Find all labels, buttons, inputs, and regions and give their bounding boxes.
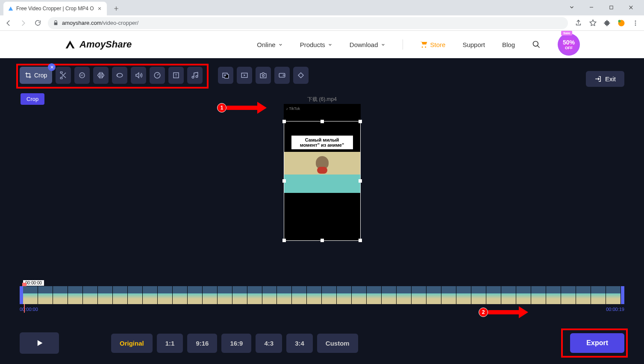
svg-point-5 <box>635 24 636 26</box>
tool-music-button[interactable] <box>187 67 203 84</box>
window-minimize-icon[interactable] <box>586 2 597 13</box>
tool-add-media-button[interactable] <box>218 67 233 84</box>
search-icon[interactable] <box>532 40 541 49</box>
nav-online[interactable]: Online <box>257 41 282 48</box>
nav-separator <box>403 39 403 50</box>
crop-handle-bm[interactable] <box>321 239 324 242</box>
play-icon <box>35 339 44 347</box>
svg-rect-0 <box>609 6 612 9</box>
tab-close-icon[interactable] <box>97 6 103 12</box>
site-header: AmoyShare Online Products Download Store… <box>0 31 644 58</box>
nav-forward-icon[interactable] <box>19 19 27 27</box>
svg-point-6 <box>533 41 538 47</box>
exit-button[interactable]: Exit <box>586 71 624 87</box>
tool-text-button[interactable]: T <box>168 67 184 84</box>
window-maximize-icon[interactable] <box>606 2 617 13</box>
bottom-controls: Original 1:1 9:16 16:9 4:3 3:4 Custom Ex… <box>20 332 624 354</box>
svg-point-4 <box>635 22 636 24</box>
crop-handle-bl[interactable] <box>282 239 286 242</box>
ratio-original-button[interactable]: Original <box>111 334 153 353</box>
ratio-custom-button[interactable]: Custom <box>317 334 358 353</box>
cart-icon <box>420 41 428 48</box>
svg-point-3 <box>635 21 636 22</box>
timeline-track[interactable] <box>20 286 624 304</box>
video-watermark: ♪ TikTok <box>286 107 300 111</box>
nav-reload-icon[interactable] <box>33 19 42 27</box>
crop-handle-tl[interactable] <box>282 120 286 123</box>
browser-tab[interactable]: Free Video Cropper | Crop MP4 O <box>3 2 107 15</box>
tool-record-button[interactable] <box>237 67 252 84</box>
tool-cut-button[interactable] <box>56 67 71 84</box>
nav-download[interactable]: Download <box>350 41 385 48</box>
browser-menu-icon[interactable] <box>631 19 640 27</box>
crop-handle-mr[interactable] <box>359 179 362 183</box>
new-tab-button[interactable] <box>110 3 122 15</box>
loop-icon <box>116 71 124 79</box>
ratio-16-9-button[interactable]: 16:9 <box>221 334 251 353</box>
export-button[interactable]: Export <box>570 333 624 353</box>
crop-handle-tm[interactable] <box>321 120 324 123</box>
nav-back-icon[interactable] <box>4 19 13 27</box>
tool-flip-button[interactable] <box>93 67 109 84</box>
share-icon[interactable] <box>574 19 582 27</box>
url-path: /video-cropper/ <box>101 20 138 26</box>
nav-products[interactable]: Products <box>300 41 332 48</box>
rotate-icon: 90° <box>78 71 86 79</box>
bookmark-star-icon[interactable] <box>588 19 597 27</box>
extensions-icon[interactable] <box>603 19 612 27</box>
browser-tab-bar: Free Video Cropper | Crop MP4 O <box>0 0 644 15</box>
tab-favicon-icon <box>8 6 14 12</box>
svg-point-15 <box>262 75 265 77</box>
flip-icon <box>97 71 105 79</box>
editor-toolbar: Crop ✕ 90° T <box>20 67 309 84</box>
tool-close-icon[interactable]: ✕ <box>48 63 56 71</box>
ratio-4-3-button[interactable]: 4:3 <box>256 334 282 353</box>
gif-icon <box>278 71 286 79</box>
ratio-1-1-button[interactable]: 1:1 <box>157 334 183 353</box>
add-media-icon <box>222 71 229 79</box>
url-input[interactable]: amoyshare.com/video-cropper/ <box>48 17 568 29</box>
tool-loop-button[interactable] <box>112 67 127 84</box>
site-logo[interactable]: AmoyShare <box>64 38 132 50</box>
logo-icon <box>64 38 76 50</box>
extension-badge-icon[interactable] <box>618 19 625 27</box>
crop-handle-br[interactable] <box>359 239 362 242</box>
video-filename: 下载 (6).mp4 <box>307 96 337 103</box>
video-canvas[interactable]: ♪ TikTok Самый милый момент" из аниме" <box>284 104 361 241</box>
timeline-start: 00:00:00 <box>20 307 38 312</box>
svg-point-2 <box>618 20 621 22</box>
tag-icon <box>297 71 305 79</box>
ratio-3-4-button[interactable]: 3:4 <box>286 334 313 353</box>
annotation-2: 2 <box>479 306 528 318</box>
sale-badge[interactable]: Sale 50% OFF <box>558 33 580 56</box>
ratio-9-16-button[interactable]: 9:16 <box>187 334 217 353</box>
tool-rotate-button[interactable]: 90° <box>74 67 90 84</box>
camera-icon <box>259 71 267 79</box>
music-icon <box>191 71 199 79</box>
tool-gif-button[interactable] <box>274 67 290 84</box>
tool-volume-button[interactable] <box>131 67 146 84</box>
url-domain: amoyshare.com <box>62 20 101 26</box>
annotation-1: 1 <box>217 102 267 114</box>
play-button[interactable] <box>20 332 59 354</box>
crop-selection[interactable] <box>284 121 361 241</box>
timeline-end: 00:00:19 <box>606 307 624 312</box>
crop-icon <box>25 72 32 79</box>
window-close-icon[interactable] <box>625 2 636 13</box>
svg-text:T: T <box>175 74 177 77</box>
nav-store[interactable]: Store <box>420 41 446 48</box>
logo-text: AmoyShare <box>79 39 132 50</box>
chevron-down-icon[interactable] <box>566 2 577 13</box>
crop-handle-tr[interactable] <box>359 120 362 123</box>
tool-speed-button[interactable] <box>150 67 165 84</box>
svg-text:90°: 90° <box>80 74 84 77</box>
nav-blog[interactable]: Blog <box>502 41 515 48</box>
tool-camera-button[interactable] <box>256 67 271 84</box>
crop-handle-ml[interactable] <box>282 179 286 183</box>
exit-icon <box>594 75 602 83</box>
nav-support[interactable]: Support <box>462 41 485 48</box>
browser-address-bar: amoyshare.com/video-cropper/ <box>0 15 644 31</box>
tool-tag-button[interactable] <box>293 67 309 84</box>
tool-crop-button[interactable]: Crop ✕ <box>20 67 52 84</box>
tab-title: Free Video Cropper | Crop MP4 O <box>16 6 94 12</box>
